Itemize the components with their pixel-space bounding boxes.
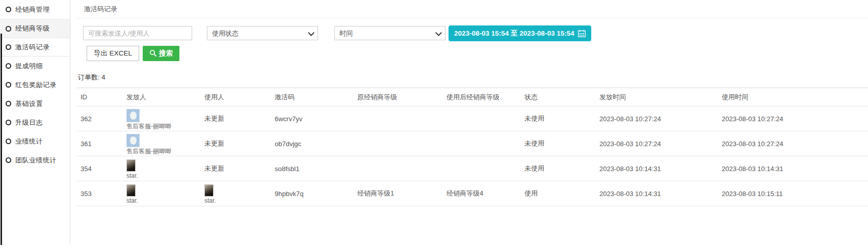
action-bar: 导出 EXCEL 搜索 xyxy=(87,46,179,61)
time-select-wrap: 时间 xyxy=(334,26,445,41)
sidebar-item-dealer-level[interactable]: 经销商等级 xyxy=(0,19,70,38)
cell-old-level xyxy=(353,106,442,131)
sender-avatar xyxy=(126,159,136,172)
page: 经销商管理 经销商等级 激活码记录 提成明细 红包奖励记录 基础设置 升级日志 xyxy=(0,0,868,249)
cell-sender: 售后客服-丽唧唧 xyxy=(122,131,200,156)
col-header-user: 使用人 xyxy=(200,88,271,106)
circle-icon xyxy=(6,82,11,88)
cell-code: 9hpbvk7q xyxy=(271,181,353,206)
left-edge-bar xyxy=(1,34,2,245)
circle-icon xyxy=(6,101,11,106)
sidebar-item-activation-code-record[interactable]: 激活码记录 xyxy=(0,38,70,57)
sidebar-item-upgrade-log[interactable]: 升级日志 xyxy=(0,113,70,132)
cell-send-time: 2023-08-03 10:27:24 xyxy=(595,131,718,156)
col-header-code: 激活码 xyxy=(271,88,353,106)
cell-id: 354 xyxy=(76,156,122,181)
cell-id: 362 xyxy=(76,106,122,131)
search-button-label: 搜索 xyxy=(159,49,173,58)
circle-icon xyxy=(6,26,11,32)
date-range-label: 2023-08-03 15:54 至 2023-08-03 15:54 xyxy=(454,29,574,38)
cell-use-time: 2023-08-03 10:14:31 xyxy=(718,156,868,181)
sender-avatar xyxy=(126,109,140,122)
cell-use-time: 2023-08-03 10:27:24 xyxy=(718,106,868,131)
calendar-icon xyxy=(578,30,586,37)
cell-code: ob7dvjgc xyxy=(271,131,353,156)
cell-user: 未更新 xyxy=(200,131,271,156)
sender-avatar xyxy=(126,134,140,147)
col-header-new-level: 使用后经销商等级 xyxy=(442,88,520,106)
cell-use-time: 2023-08-03 10:27:24 xyxy=(718,131,868,156)
table-row: 353 star. star. 9hpbvk7q 经 xyxy=(76,181,868,206)
activation-code-table: ID 发放人 使用人 激活码 原经销商等级 使用后经销商等级 状态 发放时间 使… xyxy=(76,88,868,206)
order-count: 订单数: 4 xyxy=(78,73,105,82)
circle-icon xyxy=(6,44,11,50)
circle-icon xyxy=(6,63,11,69)
cell-sender: 售后客服-丽唧唧 xyxy=(122,106,200,131)
col-header-old-level: 原经销商等级 xyxy=(353,88,442,106)
cell-status: 未使用 xyxy=(520,131,595,156)
cell-new-level: 经销商等级4 xyxy=(442,181,520,206)
sender-name: star. xyxy=(126,198,138,204)
circle-icon xyxy=(6,157,11,163)
date-range-button[interactable]: 2023-08-03 15:54 至 2023-08-03 15:54 xyxy=(449,25,591,41)
cell-sender: star. xyxy=(122,181,200,206)
page-title: 激活码记录 xyxy=(76,0,868,18)
sidebar-item-label: 升级日志 xyxy=(15,118,43,127)
status-select-wrap: 使用状态 xyxy=(207,26,318,41)
cell-old-level: 经销商等级1 xyxy=(353,181,442,206)
cell-status: 未使用 xyxy=(520,156,595,181)
cell-new-level xyxy=(442,156,520,181)
cell-new-level xyxy=(442,106,520,131)
sidebar-menu: 经销商管理 经销商等级 激活码记录 提成明细 红包奖励记录 基础设置 升级日志 xyxy=(0,0,70,245)
cell-user: 未更新 xyxy=(200,106,271,131)
col-header-status: 状态 xyxy=(520,88,595,106)
search-button[interactable]: 搜索 xyxy=(143,46,179,61)
sidebar-item-dealer-management[interactable]: 经销商管理 xyxy=(0,0,70,19)
filter-bar: 使用状态 时间 2023-08-03 15:54 至 2023-08-03 15… xyxy=(83,26,591,41)
export-excel-button[interactable]: 导出 EXCEL xyxy=(87,46,139,61)
table-row: 354 star. 未更新 so8fsbl1 未使用 2023-08-03 10… xyxy=(76,156,868,181)
sidebar-item-label: 激活码记录 xyxy=(15,43,50,52)
usage-status-select[interactable]: 使用状态 xyxy=(207,26,318,40)
sender-name: 售后客服-丽唧唧 xyxy=(126,123,171,129)
cell-status: 未使用 xyxy=(520,106,595,131)
magnifier-icon xyxy=(149,49,156,58)
col-header-send-time: 发放时间 xyxy=(595,88,718,106)
sidebar-item-redpacket-reward-record[interactable]: 红包奖励记录 xyxy=(0,75,70,94)
cell-status: 使用 xyxy=(520,181,595,206)
sidebar-item-label: 提成明细 xyxy=(15,62,43,71)
cell-send-time: 2023-08-03 10:14:31 xyxy=(595,156,718,181)
table-row: 361 售后客服-丽唧唧 未更新 ob7dvjgc 未使用 2023-08-03… xyxy=(76,131,868,156)
sidebar-item-label: 业绩统计 xyxy=(15,137,43,146)
sidebar-item-commission-detail[interactable]: 提成明细 xyxy=(0,57,70,75)
sidebar-item-basic-settings[interactable]: 基础设置 xyxy=(0,94,70,113)
cell-id: 361 xyxy=(76,131,122,156)
cell-sender: star. xyxy=(122,156,200,181)
user-name: star. xyxy=(204,198,216,204)
col-header-sender: 发放人 xyxy=(122,88,200,106)
sidebar-item-team-performance-stats[interactable]: 团队业绩统计 xyxy=(0,151,70,170)
circle-icon xyxy=(6,120,11,125)
cell-send-time: 2023-08-03 10:14:31 xyxy=(595,181,718,206)
time-select[interactable]: 时间 xyxy=(334,26,445,40)
search-input[interactable] xyxy=(83,26,192,40)
user-avatar xyxy=(204,184,214,197)
sidebar-item-performance-stats[interactable]: 业绩统计 xyxy=(0,132,70,151)
cell-send-time: 2023-08-03 10:27:24 xyxy=(595,106,718,131)
sender-avatar xyxy=(126,184,136,197)
table-header-row: ID 发放人 使用人 激活码 原经销商等级 使用后经销商等级 状态 发放时间 使… xyxy=(76,88,868,106)
col-header-id: ID xyxy=(76,88,122,106)
circle-icon xyxy=(6,139,11,144)
sidebar-item-label: 经销商管理 xyxy=(15,5,50,14)
main-content: 激活码记录 使用状态 时间 2023-08-03 15:54 至 2023-08… xyxy=(76,0,868,18)
cell-id: 353 xyxy=(76,181,122,206)
sidebar-item-label: 红包奖励记录 xyxy=(15,80,57,90)
cell-new-level xyxy=(442,131,520,156)
cell-user: star. xyxy=(200,181,271,206)
sidebar-item-label: 经销商等级 xyxy=(15,24,50,33)
sender-name: star. xyxy=(126,173,138,179)
table-row: 362 售后客服-丽唧唧 未更新 6wcrv7yv 未使用 2023-08-03… xyxy=(76,106,868,131)
cell-old-level xyxy=(353,156,442,181)
sidebar-item-label: 团队业绩统计 xyxy=(15,156,57,165)
col-header-use-time: 使用时间 xyxy=(718,88,868,106)
